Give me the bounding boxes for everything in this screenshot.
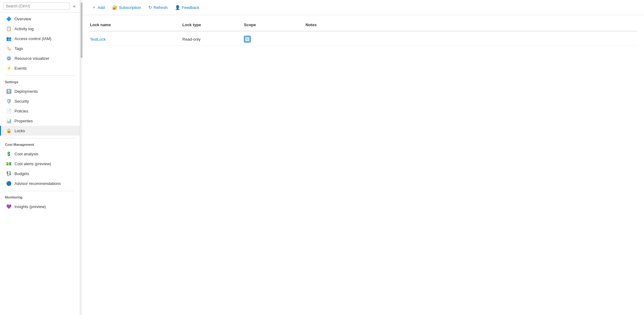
sidebar-item-events[interactable]: ⚡ Events bbox=[0, 63, 80, 73]
tags-icon: 🏷️ bbox=[6, 46, 11, 51]
monitoring-nav: 💜 Insights (preview) bbox=[0, 200, 80, 213]
cost-divider bbox=[5, 138, 75, 138]
sidebar-item-insights[interactable]: 💜 Insights (preview) bbox=[0, 202, 80, 211]
sidebar-item-label: Events bbox=[14, 66, 27, 71]
settings-section-title: Settings bbox=[0, 77, 80, 85]
policies-icon: 📄 bbox=[6, 108, 11, 114]
properties-icon: 📊 bbox=[6, 118, 11, 124]
sidebar-item-access-control[interactable]: 👥 Access control (IAM) bbox=[0, 34, 80, 43]
refresh-button[interactable]: ↻ Refresh bbox=[145, 3, 171, 11]
sidebar-item-label: Resource visualizer bbox=[14, 56, 49, 61]
sidebar-item-cost-analysis[interactable]: 💲 Cost analysis bbox=[0, 149, 80, 159]
col-notes: Notes bbox=[306, 21, 637, 28]
sidebar-item-advisor[interactable]: 🔵 Advisor recommendations bbox=[0, 178, 80, 188]
lock-type-cell: Read-only bbox=[182, 37, 244, 42]
main-content: ＋ Add 🔐 Subscription ↻ Refresh 👤 Feedbac… bbox=[83, 0, 644, 315]
sidebar-item-label: Insights (preview) bbox=[14, 204, 46, 209]
sidebar: « 🔷 Overview 📋 Activity log 👥 Access con… bbox=[0, 0, 80, 315]
sidebar-item-resource-visualizer[interactable]: ⚙️ Resource visualizer bbox=[0, 53, 80, 63]
sidebar-item-label: Overview bbox=[14, 17, 31, 21]
sidebar-item-label: Security bbox=[14, 99, 29, 104]
events-icon: ⚡ bbox=[6, 65, 11, 71]
refresh-label: Refresh bbox=[154, 5, 168, 10]
activity-log-icon: 📋 bbox=[6, 26, 11, 31]
sidebar-item-cost-alerts[interactable]: 💵 Cost alerts (preview) bbox=[0, 159, 80, 169]
subscription-label: Subscription bbox=[119, 5, 141, 10]
feedback-label: Feedback bbox=[182, 5, 199, 10]
monitoring-section-title: Monitoring bbox=[0, 192, 80, 200]
sidebar-item-label: Activity log bbox=[14, 27, 34, 31]
sidebar-item-label: Tags bbox=[14, 46, 23, 51]
subscription-button[interactable]: 🔐 Subscription bbox=[109, 3, 144, 11]
search-bar: « bbox=[0, 0, 80, 13]
add-label: Add bbox=[98, 5, 105, 10]
settings-divider bbox=[5, 76, 75, 76]
locks-icon: 🔒 bbox=[6, 128, 11, 133]
cost-nav: 💲 Cost analysis 💵 Cost alerts (preview) … bbox=[0, 148, 80, 190]
sidebar-item-label: Policies bbox=[14, 109, 28, 113]
sidebar-item-label: Cost analysis bbox=[14, 152, 38, 156]
col-scope: Scope bbox=[244, 21, 306, 28]
table-header: Lock name Lock type Scope Notes bbox=[90, 21, 637, 31]
add-button[interactable]: ＋ Add bbox=[89, 3, 108, 12]
sidebar-item-budgets[interactable]: 💱 Budgets bbox=[0, 169, 80, 178]
cost-alerts-icon: 💵 bbox=[6, 161, 11, 166]
collapse-button[interactable]: « bbox=[72, 3, 77, 9]
col-lock-type: Lock type bbox=[182, 21, 244, 28]
sidebar-item-label: Advisor recommendations bbox=[14, 181, 61, 186]
sidebar-scrollbar[interactable] bbox=[80, 0, 83, 315]
sidebar-item-label: Cost alerts (preview) bbox=[14, 162, 51, 166]
sidebar-item-deployments[interactable]: ⬆️ Deployments bbox=[0, 86, 80, 96]
access-control-icon: 👥 bbox=[6, 36, 11, 41]
content-area: Lock name Lock type Scope Notes TestLock… bbox=[83, 15, 644, 315]
deployments-icon: ⬆️ bbox=[6, 88, 11, 94]
sidebar-item-overview[interactable]: 🔷 Overview bbox=[0, 14, 80, 24]
overview-icon: 🔷 bbox=[6, 16, 11, 22]
advisor-icon: 🔵 bbox=[6, 181, 11, 186]
sidebar-item-label: Properties bbox=[14, 119, 33, 123]
scope-icon bbox=[244, 36, 251, 43]
sidebar-item-security[interactable]: 🛡️ Security bbox=[0, 96, 80, 106]
sidebar-item-label: Deployments bbox=[14, 89, 38, 94]
col-lock-name: Lock name bbox=[90, 21, 182, 28]
sidebar-item-label: Locks bbox=[14, 129, 25, 133]
top-nav: 🔷 Overview 📋 Activity log 👥 Access contr… bbox=[0, 13, 80, 74]
refresh-icon: ↻ bbox=[148, 5, 152, 10]
monitoring-divider bbox=[5, 191, 75, 191]
resource-visualizer-icon: ⚙️ bbox=[6, 55, 11, 61]
search-input[interactable] bbox=[3, 2, 70, 10]
insights-icon: 💜 bbox=[6, 204, 11, 209]
sidebar-item-properties[interactable]: 📊 Properties bbox=[0, 116, 80, 126]
scope-cell bbox=[244, 36, 306, 43]
sidebar-item-label: Budgets bbox=[14, 171, 29, 176]
sidebar-item-tags[interactable]: 🏷️ Tags bbox=[0, 43, 80, 53]
sidebar-item-locks[interactable]: 🔒 Locks bbox=[0, 126, 80, 136]
table-row: TestLock Read-only ✏️ Edit bbox=[90, 33, 637, 46]
settings-nav: ⬆️ Deployments 🛡️ Security 📄 Policies 📊 … bbox=[0, 85, 80, 137]
feedback-button[interactable]: 👤 Feedback bbox=[172, 3, 202, 11]
subscription-icon: 🔐 bbox=[112, 5, 117, 10]
sidebar-item-activity-log[interactable]: 📋 Activity log bbox=[0, 24, 80, 34]
toolbar: ＋ Add 🔐 Subscription ↻ Refresh 👤 Feedbac… bbox=[83, 0, 644, 15]
locks-table: Lock name Lock type Scope Notes TestLock… bbox=[90, 21, 637, 46]
sidebar-item-policies[interactable]: 📄 Policies bbox=[0, 106, 80, 116]
feedback-icon: 👤 bbox=[175, 5, 180, 10]
cost-analysis-icon: 💲 bbox=[6, 151, 11, 157]
scrollbar-thumb[interactable] bbox=[81, 2, 83, 58]
sidebar-item-label: Access control (IAM) bbox=[14, 36, 51, 41]
security-icon: 🛡️ bbox=[6, 98, 11, 104]
svg-rect-1 bbox=[246, 38, 249, 40]
budgets-icon: 💱 bbox=[6, 171, 11, 176]
lock-name-cell[interactable]: TestLock bbox=[90, 37, 182, 42]
cost-section-title: Cost Management bbox=[0, 140, 80, 148]
add-icon: ＋ bbox=[92, 5, 96, 10]
